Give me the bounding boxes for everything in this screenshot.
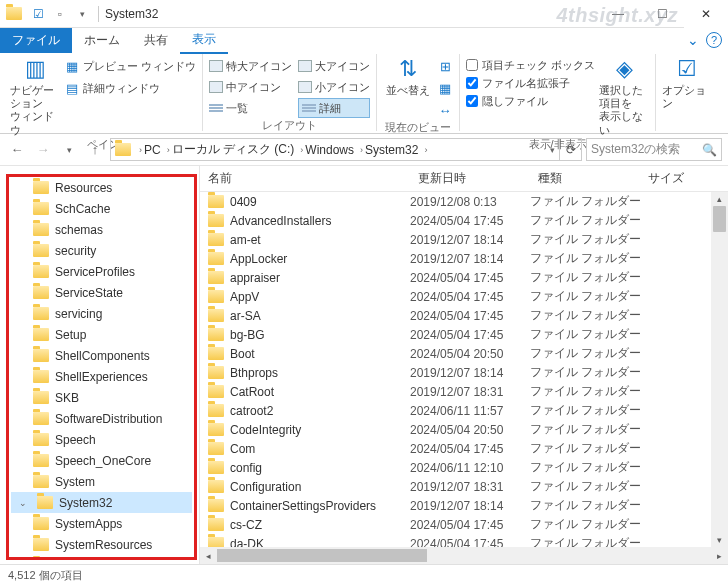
tree-item[interactable]: ⌄ShellComponents [11, 345, 192, 366]
tree-item[interactable]: ⌄ShellExperiences [11, 366, 192, 387]
column-date[interactable]: 更新日時 [410, 170, 530, 187]
list-item[interactable]: ContainerSettingsProviders2019/12/07 18:… [200, 496, 728, 515]
tree-item[interactable]: ⌄security [11, 240, 192, 261]
file-menu[interactable]: ファイル [0, 28, 72, 53]
tab-home[interactable]: ホーム [72, 28, 132, 53]
tree-item[interactable]: ⌄servicing [11, 303, 192, 324]
nav-pane-button[interactable]: ▥ ナビゲーション ウィンドウ [10, 56, 60, 137]
list-item[interactable]: Com2024/05/04 17:45ファイル フォルダー [200, 439, 728, 458]
tree-item[interactable]: ⌄Speech_OneCore [11, 450, 192, 471]
list-item[interactable]: da-DK2024/05/04 17:45ファイル フォルダー [200, 534, 728, 547]
up-button[interactable]: ↑ [84, 139, 106, 161]
folder-icon [33, 286, 49, 299]
list-item[interactable]: config2024/06/11 12:10ファイル フォルダー [200, 458, 728, 477]
list-item[interactable]: AppLocker2019/12/07 18:14ファイル フォルダー [200, 249, 728, 268]
qat-dropdown[interactable]: ▾ [72, 4, 92, 24]
layout-details[interactable]: 詳細 [298, 98, 370, 118]
folder-icon [208, 442, 224, 455]
search-input[interactable]: System32の検索 🔍 [586, 138, 722, 161]
list-item[interactable]: AppV2024/05/04 17:45ファイル フォルダー [200, 287, 728, 306]
tab-share[interactable]: 共有 [132, 28, 180, 53]
list-item[interactable]: CatRoot2019/12/07 18:31ファイル フォルダー [200, 382, 728, 401]
column-size[interactable]: サイズ [640, 170, 711, 187]
column-name[interactable]: 名前 [200, 170, 410, 187]
layout-list[interactable]: 一覧 [209, 98, 292, 118]
list-item[interactable]: CodeIntegrity2024/05/04 20:50ファイル フォルダー [200, 420, 728, 439]
list-item[interactable]: am-et2019/12/07 18:14ファイル フォルダー [200, 230, 728, 249]
scroll-left-icon[interactable]: ◂ [200, 551, 217, 561]
tree-item[interactable]: ⌄SoftwareDistribution [11, 408, 192, 429]
tree-item[interactable]: ⌄SystemTemp [11, 555, 192, 560]
checkbox-item-checkboxes[interactable]: 項目チェック ボックス [466, 56, 595, 74]
tree-item[interactable]: ⌄SchCache [11, 198, 192, 219]
qat-new[interactable]: ▫ [50, 4, 70, 24]
column-type[interactable]: 種類 [530, 170, 640, 187]
list-item[interactable]: bg-BG2024/05/04 17:45ファイル フォルダー [200, 325, 728, 344]
file-list: 名前 更新日時 種類 サイズ 04092019/12/08 0:13ファイル フ… [200, 166, 728, 564]
list-item[interactable]: cs-CZ2024/05/04 17:45ファイル フォルダー [200, 515, 728, 534]
refresh-button[interactable]: ⟳ [560, 138, 582, 161]
statusbar: 4,512 個の項目 [0, 564, 728, 585]
checkbox-extensions[interactable]: ファイル名拡張子 [466, 74, 595, 92]
layout-medium[interactable]: 中アイコン [209, 77, 292, 97]
maximize-button[interactable]: ☐ [640, 0, 684, 28]
options-button[interactable]: ☑ オプション [662, 56, 712, 110]
list-item[interactable]: catroot22024/06/11 11:57ファイル フォルダー [200, 401, 728, 420]
hide-selected-button[interactable]: ◈ 選択した項目を 表示しない [599, 56, 649, 137]
list-item[interactable]: appraiser2024/05/04 17:45ファイル フォルダー [200, 268, 728, 287]
list-item[interactable]: Boot2024/05/04 20:50ファイル フォルダー [200, 344, 728, 363]
layout-xlarge[interactable]: 特大アイコン [209, 56, 292, 76]
scroll-up-icon[interactable]: ▴ [711, 192, 728, 206]
tab-view[interactable]: 表示 [180, 27, 228, 54]
back-button[interactable]: ← [6, 139, 28, 161]
groupby-button[interactable]: ⊞ [437, 56, 453, 76]
vertical-scrollbar[interactable]: ▴ ▾ [711, 192, 728, 547]
layout-small[interactable]: 小アイコン [298, 77, 370, 97]
ribbon-collapse[interactable]: ⌄ [680, 32, 706, 48]
details-pane-button[interactable]: ▤詳細ウィンドウ [64, 78, 196, 98]
tree-item[interactable]: ⌄schemas [11, 219, 192, 240]
tree-item[interactable]: ⌄SystemApps [11, 513, 192, 534]
hscroll-thumb[interactable] [217, 549, 427, 562]
close-button[interactable]: ✕ [684, 0, 728, 28]
window-title: System32 [105, 7, 158, 21]
tree-item[interactable]: ⌄Resources [11, 177, 192, 198]
horizontal-scrollbar[interactable]: ◂ ▸ [200, 547, 728, 564]
tree-item[interactable]: ⌄SKB [11, 387, 192, 408]
list-item[interactable]: AdvancedInstallers2024/05/04 17:45ファイル フ… [200, 211, 728, 230]
folder-icon [208, 195, 224, 208]
help-button[interactable]: ? [706, 32, 722, 48]
folder-icon [33, 454, 49, 467]
navigation-tree[interactable]: ⌄Resources⌄SchCache⌄schemas⌄security⌄Ser… [0, 166, 200, 564]
checkbox-hidden[interactable]: 隠しファイル [466, 92, 595, 110]
folder-icon [33, 433, 49, 446]
list-item[interactable]: 04092019/12/08 0:13ファイル フォルダー [200, 192, 728, 211]
sizecolumns-button[interactable]: ↔ [437, 100, 453, 120]
tree-item[interactable]: ⌄Speech [11, 429, 192, 450]
forward-button[interactable]: → [32, 139, 54, 161]
tree-item[interactable]: ⌄ServiceProfiles [11, 261, 192, 282]
list-item[interactable]: ar-SA2024/05/04 17:45ファイル フォルダー [200, 306, 728, 325]
scroll-right-icon[interactable]: ▸ [711, 551, 728, 561]
addcolumns-button[interactable]: ▦ [437, 78, 453, 98]
folder-icon [33, 538, 49, 551]
breadcrumb-dropdown[interactable]: ▾ [550, 145, 555, 155]
scroll-down-icon[interactable]: ▾ [711, 533, 728, 547]
folder-icon [33, 475, 49, 488]
sort-button[interactable]: ⇅ 並べ替え [383, 56, 433, 97]
tree-item[interactable]: ⌄ServiceState [11, 282, 192, 303]
recent-button[interactable]: ▾ [58, 139, 80, 161]
qat-properties[interactable]: ☑ [28, 4, 48, 24]
folder-icon [208, 518, 224, 531]
layout-large[interactable]: 大アイコン [298, 56, 370, 76]
breadcrumb[interactable]: › PC› ローカル ディスク (C:)› Windows› System32›… [110, 138, 560, 161]
list-item[interactable]: Bthprops2019/12/07 18:14ファイル フォルダー [200, 363, 728, 382]
tree-item[interactable]: ⌄System32 [11, 492, 192, 513]
preview-pane-button[interactable]: ▦プレビュー ウィンドウ [64, 56, 196, 76]
tree-item[interactable]: ⌄Setup [11, 324, 192, 345]
scroll-thumb[interactable] [713, 206, 726, 232]
tree-item[interactable]: ⌄System [11, 471, 192, 492]
minimize-button[interactable]: — [596, 0, 640, 28]
list-item[interactable]: Configuration2019/12/07 18:31ファイル フォルダー [200, 477, 728, 496]
tree-item[interactable]: ⌄SystemResources [11, 534, 192, 555]
